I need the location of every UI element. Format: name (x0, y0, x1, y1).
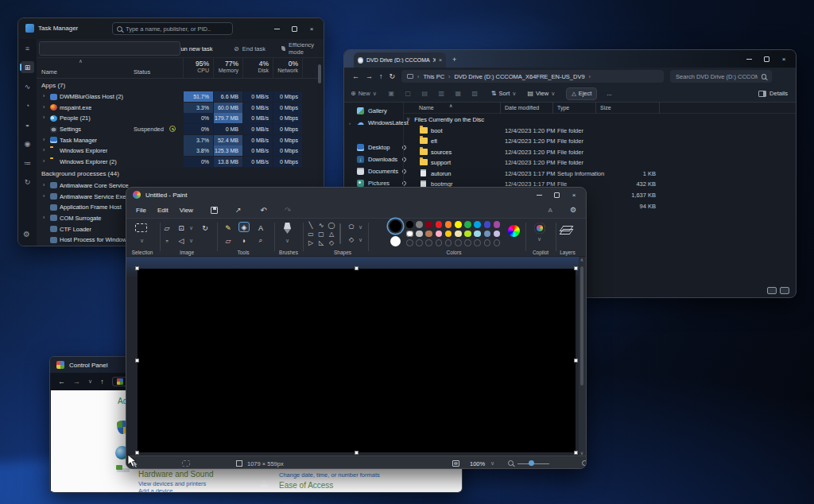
expander-icon[interactable]: › (43, 104, 45, 110)
recent-pages-icon[interactable]: ∨ (88, 378, 92, 385)
refresh-icon[interactable]: ↻ (390, 72, 396, 80)
minimize-button[interactable] (268, 21, 285, 36)
view-button[interactable]: ▤View∨ (527, 90, 555, 97)
app-history-icon[interactable]: ◔ (21, 99, 34, 111)
text-tool-icon[interactable]: A (255, 223, 266, 233)
column-memory[interactable]: 77%Memory (214, 60, 238, 73)
fit-to-window-icon[interactable] (452, 460, 459, 467)
services-icon[interactable]: ↻ (21, 176, 34, 188)
resize-handle[interactable] (135, 359, 139, 362)
expander-icon[interactable]: › (349, 121, 351, 126)
palette-swatch[interactable] (425, 221, 432, 228)
close-button[interactable]: × (565, 188, 583, 202)
shape-icon[interactable]: ◺ (316, 238, 326, 247)
change-date-time-link[interactable]: Change date, time, or number formats (279, 471, 380, 479)
save-icon[interactable] (211, 207, 218, 214)
resize-handle[interactable] (574, 451, 578, 455)
palette-swatch[interactable] (445, 231, 452, 238)
expander-icon[interactable]: › (43, 158, 45, 164)
palette-swatch[interactable] (406, 221, 413, 228)
shape-icon[interactable]: ╲ (306, 221, 316, 230)
undo-icon[interactable]: ↶ (260, 206, 266, 215)
resize-handle[interactable] (574, 266, 578, 270)
process-group-header[interactable]: Background processes (44) (37, 168, 319, 180)
column-type[interactable]: Type (557, 105, 569, 110)
shape-fill-icon[interactable]: ◇ (346, 235, 357, 245)
zoom-out-icon[interactable] (508, 460, 514, 466)
share-icon[interactable]: ↗ (235, 206, 242, 214)
palette-swatch[interactable] (484, 239, 491, 246)
menu-edit[interactable]: Edit (157, 207, 169, 214)
crop-icon[interactable]: ▱ (161, 223, 172, 233)
flip-dropdown-icon[interactable]: ∨ (189, 238, 193, 244)
magnifier-tool-icon[interactable]: ⌕ (255, 235, 266, 246)
zoom-slider-thumb[interactable] (529, 460, 534, 466)
file-row[interactable]: support 12/4/2023 1:20 PM File folder (404, 157, 797, 169)
expander-icon[interactable]: › (43, 114, 45, 120)
copilot-icon[interactable] (534, 223, 545, 234)
maximize-button[interactable] (285, 21, 303, 36)
resize-handle[interactable] (574, 359, 578, 362)
file-row[interactable]: sources 12/4/2023 1:20 PM File folder (404, 146, 797, 157)
process-row[interactable]: › Task Manager 3.7% 52.4 MB 0 MB/s 0 Mbp… (37, 135, 319, 146)
paint-titlebar[interactable]: Untitled - Paint × (126, 188, 586, 202)
paint-canvas[interactable] (138, 269, 576, 452)
palette-swatch[interactable] (445, 221, 452, 228)
palette-swatch[interactable] (484, 221, 491, 228)
layers-icon[interactable] (561, 226, 572, 234)
shape-icon[interactable]: ▷ (306, 238, 316, 247)
task-manager-titlebar[interactable]: Task Manager Type a name, publisher, or … (18, 18, 324, 39)
pencil-tool-icon[interactable]: ✎ (223, 223, 234, 233)
shapes-scrollbar[interactable] (339, 223, 341, 244)
maximize-button[interactable] (548, 188, 565, 202)
explorer-titlebar[interactable]: DVD Drive (D:) CCCOMA_X64F × + × (344, 50, 796, 68)
palette-swatch[interactable] (494, 221, 501, 228)
palette-swatch[interactable] (436, 221, 443, 228)
tab-close-icon[interactable]: × (439, 57, 442, 63)
zoom-in-icon[interactable] (582, 460, 587, 466)
run-new-task-button[interactable]: Run new task (176, 42, 212, 55)
end-task-button[interactable]: ⊘End task (234, 42, 266, 55)
brushes-icon[interactable] (284, 223, 291, 234)
palette-swatch[interactable] (406, 231, 413, 238)
up-icon[interactable]: ↑ (379, 72, 383, 80)
details-icon[interactable]: ≔ (21, 157, 34, 169)
address-bar[interactable]: › This PC › DVD Drive (D:) CCCOMA_X64FRE… (401, 70, 664, 83)
palette-swatch[interactable] (494, 239, 501, 246)
menu-file[interactable]: File (136, 207, 146, 214)
column-size[interactable]: Size (600, 105, 611, 110)
palette-swatch[interactable] (455, 231, 462, 238)
close-button[interactable]: × (775, 52, 793, 66)
maximize-button[interactable] (758, 52, 775, 66)
back-icon[interactable]: ← (352, 72, 359, 80)
minimize-button[interactable] (530, 188, 548, 202)
palette-swatch[interactable] (474, 231, 481, 238)
file-row[interactable]: efi 12/4/2023 1:20 PM File folder (404, 136, 797, 147)
resize-handle[interactable] (355, 451, 359, 455)
forward-icon[interactable]: → (366, 72, 373, 80)
expander-icon[interactable]: › (43, 182, 45, 188)
cut-icon[interactable]: ▣ (388, 90, 395, 97)
delete-icon[interactable]: ▧ (471, 90, 479, 97)
column-status[interactable]: Status (134, 68, 150, 76)
column-disk[interactable]: 4%Disk (243, 60, 269, 73)
eject-button[interactable]: △Eject (566, 87, 597, 100)
performance-icon[interactable]: ∿ (21, 80, 34, 92)
details-pane-button[interactable]: Details (758, 90, 788, 97)
new-tab-button[interactable]: + (452, 56, 456, 64)
shape-icon[interactable]: △ (327, 230, 336, 238)
shape-icon[interactable]: ▢ (316, 230, 326, 238)
rename-icon[interactable]: ▥ (438, 90, 445, 97)
shape-icon[interactable]: ∿ (316, 221, 326, 230)
palette-swatch[interactable] (455, 221, 462, 228)
zoom-level-value[interactable]: 100% (470, 460, 485, 467)
processes-icon[interactable]: ⊞ (21, 61, 34, 73)
efficiency-mode-button[interactable]: Efficiency mode (281, 42, 324, 55)
explorer-search-input[interactable]: Search DVD Drive (D:) CCCOMA_ (670, 70, 772, 83)
process-row[interactable]: › Windows Explorer 3.8% 125.3 MB 0 MB/s … (37, 145, 319, 157)
expander-icon[interactable]: › (43, 193, 45, 199)
scrollbar[interactable] (318, 64, 321, 83)
shape-outline-icon[interactable]: ⬠ (346, 222, 357, 232)
color-2-swatch[interactable] (390, 236, 401, 246)
palette-swatch[interactable] (436, 231, 443, 238)
